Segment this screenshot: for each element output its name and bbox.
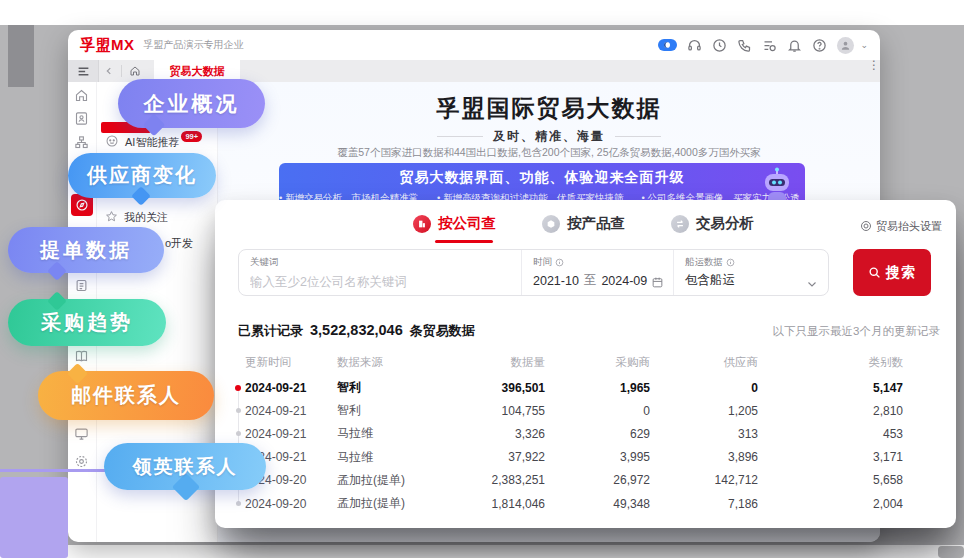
stats-bar: 已累计记录 3,522,832,046 条贸易数据 以下只显示最近3个月的更新记… (238, 322, 940, 340)
tagline-rule-left (437, 136, 483, 137)
pill-linkedin-contacts[interactable]: 领英联系人 (104, 443, 266, 490)
backdrop-dark-strip (8, 25, 34, 87)
timeline-dot (231, 385, 245, 391)
page-description: 覆盖57个国家进口数据和44国出口数据,包含200个国家, 25亿条贸易数据,4… (218, 146, 880, 160)
time-range-field[interactable]: 时间 2021-10 至 2024-09 (521, 250, 673, 295)
keyword-field[interactable]: 关键词 (239, 250, 521, 295)
shipping-data-field[interactable]: 船运数据 包含船运 (673, 250, 828, 295)
sidebar-item-label: AI智能推荐 (125, 135, 179, 150)
stats-suffix: 条贸易数据 (410, 322, 475, 340)
avatar-caret-icon[interactable]: ⌄ (860, 40, 868, 50)
timeline-dot (231, 408, 245, 413)
trade-header-settings[interactable]: 贸易抬头设置 (860, 219, 942, 234)
sidebar-item-partial[interactable]: o开发 (165, 236, 193, 251)
backdrop-corner (938, 546, 964, 558)
gauge-icon[interactable] (712, 38, 727, 53)
col-buyers: 采购商 (545, 355, 650, 370)
rail-home-icon[interactable] (74, 88, 89, 107)
search-form: 关键词 时间 2021-10 至 2024-09 船运数据 (238, 249, 829, 296)
rail-orders-icon[interactable] (74, 278, 89, 297)
company-icon (413, 215, 431, 233)
bell-icon[interactable] (787, 38, 802, 53)
time-to: 2024-09 (601, 274, 647, 288)
settings-gear-icon (860, 220, 872, 234)
table-row[interactable]: 2024-09-20 孟加拉(提单) 1,814,046 49,348 7,18… (215, 492, 956, 515)
info-icon (555, 258, 564, 267)
col-data-source: 数据来源 (337, 355, 449, 370)
search-panel: 按公司查 按产品查 交易分析 贸易抬头设置 关键词 时间 (215, 200, 956, 528)
help-icon[interactable] (812, 38, 827, 53)
info-icon (726, 258, 735, 267)
table-row[interactable]: 2024-09-21 马拉维 3,326 629 313 453 (215, 422, 956, 445)
pill-supplier-changes[interactable]: 供应商变化 (68, 153, 216, 198)
table-row[interactable]: 2024-09-20 孟加拉(提单) 2,383,251 26,972 142,… (215, 469, 956, 492)
pill-purchasing-trends[interactable]: 采购趋势 (8, 299, 166, 346)
sidebar-item-label: 我的关注 (124, 210, 168, 225)
table-row[interactable]: 2024-09-21 马拉维 37,922 3,995 3,896 3,171 (215, 446, 956, 469)
screenshot-stage: 孚盟MX 孚盟产品演示专用企业 ⌄ 贸易大数据 ⋮ (0, 0, 964, 558)
banner-title: 贸易大数据界面、功能、体验迎来全面升级 (279, 169, 805, 187)
shipping-value: 包含船运 (685, 272, 735, 289)
page-title: 孚盟国际贸易大数据 (218, 93, 880, 124)
star-icon (105, 210, 118, 225)
pill-bill-of-lading[interactable]: 提单数据 (8, 227, 164, 273)
rail-org-icon[interactable] (74, 135, 89, 154)
table-header: 更新时间 数据来源 数据量 采购商 供应商 类别数 (215, 350, 956, 374)
table-row[interactable]: 2024-09-21 智利 396,501 1,965 0 5,147 (215, 376, 956, 399)
timeline-dot (231, 431, 245, 436)
assistant-eye-icon[interactable] (658, 39, 677, 51)
tagline-rule-right (615, 136, 661, 137)
total-records-count: 3,522,832,046 (310, 322, 403, 338)
keyword-input[interactable] (250, 275, 510, 289)
tab-strip-more-icon[interactable]: ⋮ (868, 63, 872, 68)
stats-note: 以下只显示最近3个月的更新记录 (773, 324, 940, 339)
pill-company-overview[interactable]: 企业概况 (118, 79, 265, 128)
tab-by-company[interactable]: 按公司查 (413, 214, 496, 233)
product-icon (542, 215, 560, 233)
stats-prefix: 已累计记录 (238, 322, 303, 340)
app-logo: 孚盟MX (80, 36, 135, 55)
tab-trade-analysis[interactable]: 交易分析 (671, 214, 754, 233)
table-rows: 2024-09-21 智利 396,501 1,965 0 5,147 2024… (215, 376, 956, 515)
title-bar: 孚盟MX 孚盟产品演示专用企业 ⌄ (68, 30, 880, 60)
search-button[interactable]: 搜索 (853, 249, 931, 296)
task-list-icon[interactable] (762, 38, 777, 53)
decor-purple-card (0, 477, 68, 558)
notification-badge: 99+ (181, 131, 202, 142)
col-volume: 数据量 (449, 355, 545, 370)
workspace-name: 孚盟产品演示专用企业 (144, 38, 244, 52)
col-update-time: 更新时间 (245, 355, 337, 370)
col-suppliers: 供应商 (650, 355, 758, 370)
headset-icon[interactable] (687, 38, 702, 53)
collapse-menu-button[interactable] (68, 60, 99, 82)
col-categories: 类别数 (758, 355, 903, 370)
calendar-icon[interactable] (651, 275, 664, 293)
rail-monitor-icon[interactable] (74, 426, 89, 445)
tab-by-product[interactable]: 按产品查 (542, 214, 625, 233)
magnifier-icon (868, 266, 881, 279)
phone-icon[interactable] (737, 38, 752, 53)
time-from: 2021-10 (533, 274, 579, 288)
pill-email-contacts[interactable]: 邮件联系人 (38, 371, 214, 420)
back-icon[interactable] (99, 60, 119, 82)
sidebar-item-my-follow[interactable]: 我的关注 (105, 210, 168, 225)
search-tabs: 按公司查 按产品查 交易分析 (413, 214, 754, 233)
page-tagline: 及时、精准、海量 (218, 128, 880, 145)
sidebar-item-ai-recommend[interactable]: AI智能推荐 99+ (105, 134, 206, 150)
table-row[interactable]: 2024-09-21 智利 104,755 0 1,205 2,810 (215, 399, 956, 422)
rail-contacts-icon[interactable] (74, 111, 89, 130)
timeline-dot (231, 501, 245, 506)
user-avatar[interactable] (837, 37, 854, 54)
time-separator: 至 (584, 272, 597, 289)
ai-robot-icon (105, 134, 119, 150)
analysis-icon (671, 215, 689, 233)
chevron-down-icon[interactable] (806, 276, 818, 294)
strip-divider (121, 65, 122, 77)
